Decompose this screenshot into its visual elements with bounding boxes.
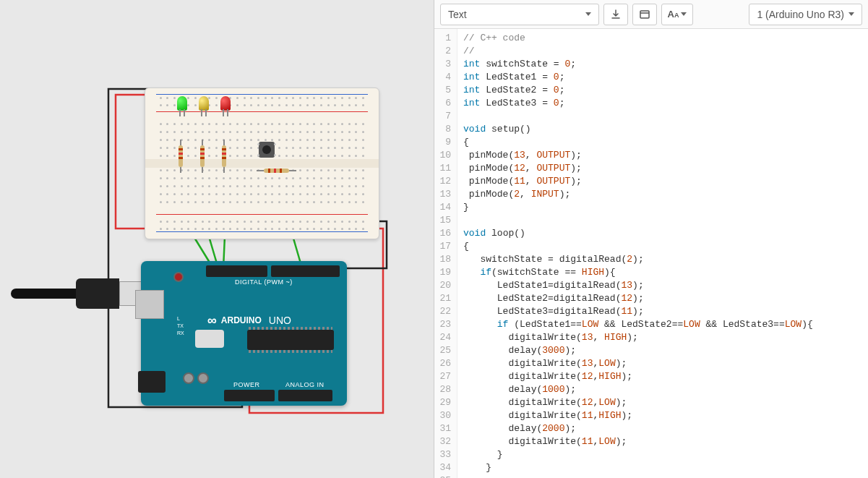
download-button[interactable] (603, 4, 628, 25)
led-yellow[interactable] (199, 96, 209, 111)
arduino-smd (195, 330, 224, 348)
arduino-atmega-chip (247, 330, 334, 350)
arduino-analog-headers[interactable] (278, 390, 332, 401)
arduino-reset-button[interactable] (173, 272, 184, 282)
code-toolbar: Text AA 1 (Arduino Uno R3) (434, 0, 868, 29)
led-red[interactable] (220, 96, 231, 111)
download-icon (610, 9, 622, 20)
svg-rect-0 (640, 11, 649, 18)
resistor-1[interactable] (179, 145, 183, 167)
arduino-power-label: POWER (233, 381, 260, 388)
hole-grid (158, 221, 366, 223)
chevron-down-icon (848, 12, 854, 16)
arduino-digital-headers-2[interactable] (271, 265, 340, 277)
arduino-digital-label: DIGITAL (PWM ~) (235, 278, 293, 286)
led-green[interactable] (177, 96, 187, 111)
circuit-canvas-pane[interactable]: DIGITAL (PWM ~) POWER ANALOG IN ∞ ARDUIN… (0, 0, 434, 478)
arduino-uno[interactable]: DIGITAL (PWM ~) POWER ANALOG IN ∞ ARDUIN… (141, 261, 347, 406)
arduino-capacitor (183, 372, 194, 384)
hole-grid (158, 104, 366, 106)
resistor-3[interactable] (222, 145, 226, 167)
hole-grid (158, 97, 366, 99)
code-content[interactable]: // C++ code//int switchState = 0;int Led… (457, 29, 819, 478)
line-number-gutter: 1234567891011121314151617181920212223242… (434, 29, 457, 478)
arduino-txrx-leds: L TX RX (177, 315, 184, 337)
board-select-label: 1 (Arduino Uno R3) (757, 9, 844, 20)
arduino-usb-port (135, 290, 164, 319)
arduino-digital-headers-1[interactable] (206, 265, 267, 277)
chevron-down-icon (681, 12, 687, 16)
code-editor-pane: Text AA 1 (Arduino Uno R3) 1234567891011… (434, 0, 868, 478)
chevron-down-icon (585, 12, 591, 16)
breadboard-bottom-rail (152, 213, 371, 234)
arduino-power-headers[interactable] (224, 390, 275, 401)
usb-cable[interactable] (14, 276, 145, 312)
arduino-analog-label: ANALOG IN (285, 381, 325, 388)
arduino-capacitor (197, 372, 209, 384)
code-mode-dropdown[interactable]: Text (440, 4, 599, 25)
resistor-2[interactable] (200, 145, 205, 167)
circuit-canvas[interactable]: DIGITAL (PWM ~) POWER ANALOG IN ∞ ARDUIN… (29, 59, 405, 420)
hole-grid (158, 168, 366, 205)
hole-grid (158, 228, 366, 230)
font-size-button[interactable]: AA (661, 4, 693, 25)
board-select-dropdown[interactable]: 1 (Arduino Uno R3) (749, 4, 862, 25)
code-mode-label: Text (448, 9, 467, 20)
library-button[interactable] (632, 4, 657, 25)
resistor-4[interactable] (264, 168, 289, 173)
font-size-icon: AA (668, 9, 679, 20)
library-icon (639, 9, 650, 20)
arduino-logo: ∞ ARDUINO UNO (207, 313, 291, 328)
code-editor[interactable]: 1234567891011121314151617181920212223242… (434, 29, 868, 478)
arduino-power-jack (138, 371, 166, 393)
push-button[interactable] (259, 142, 275, 158)
